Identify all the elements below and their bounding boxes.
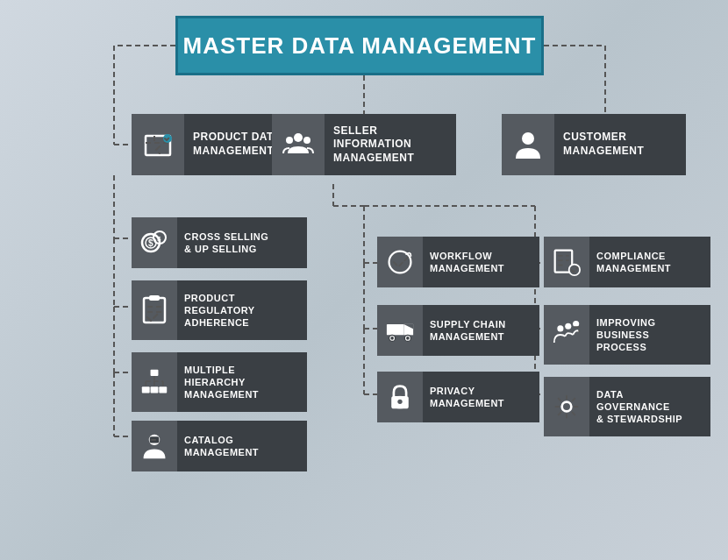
people-icon [282, 129, 314, 160]
regulatory-label: PRODUCTREGULATORYADHERENCE [177, 288, 262, 333]
svg-rect-48 [151, 370, 159, 376]
lock-icon [386, 383, 414, 411]
diagram: line, polyline, path.conn { stroke: #555… [0, 0, 728, 560]
svg-point-60 [389, 252, 411, 273]
seller-icon-box [272, 114, 325, 175]
svg-point-35 [294, 133, 303, 142]
regulatory-node: PRODUCTREGULATORYADHERENCE [132, 280, 307, 340]
svg-point-37 [303, 137, 310, 144]
truck-icon [386, 316, 414, 344]
svg-rect-44 [144, 298, 165, 323]
improving-icon-box [544, 305, 589, 365]
gear-icon [553, 391, 581, 422]
crossselling-icon-box: $ $ [132, 217, 177, 268]
seller-label: SELLERINFORMATIONMANAGEMENT [325, 121, 423, 169]
hierarchy-icon-box [132, 352, 177, 412]
svg-line-84 [559, 399, 561, 401]
supplychain-icon-box [377, 305, 423, 356]
customer-label: CUSTOMERMANAGEMENT [554, 127, 653, 161]
package-icon [142, 129, 174, 160]
customer-node: CUSTOMERMANAGEMENT [502, 114, 686, 175]
hierarchy-node: MULTIPLEHIERARCHYMANAGEMENT [132, 352, 307, 412]
svg-point-77 [565, 323, 571, 330]
org-icon [140, 366, 168, 398]
coins-icon: $ $ [140, 229, 168, 257]
svg-point-76 [557, 325, 563, 331]
svg-point-66 [390, 337, 394, 340]
workflow-node: WORKFLOWMANAGEMENT [377, 237, 539, 287]
regulatory-icon-box [132, 280, 177, 340]
workflow-icon-box [377, 237, 423, 287]
master-title-box: MASTER DATA MANAGEMENT [175, 16, 544, 75]
svg-point-78 [573, 321, 579, 327]
compliance-icon-box [544, 237, 589, 287]
svg-point-79 [562, 402, 572, 412]
svg-point-38 [522, 132, 534, 145]
improving-node: IMPROVINGBUSINESSPROCESS [544, 305, 710, 365]
governance-node: DATAGOVERNANCE& STEWARDSHIP [544, 377, 710, 436]
hierarchy-label: MULTIPLEHIERARCHYMANAGEMENT [177, 360, 266, 405]
privacy-icon-box [377, 372, 423, 422]
catalog-label: CATALOGMANAGEMENT [177, 430, 266, 463]
person-badge-icon [140, 432, 168, 460]
improving-label: IMPROVINGBUSINESSPROCESS [589, 313, 662, 358]
workflow-label: WORKFLOWMANAGEMENT [423, 246, 511, 279]
compliance-node: COMPLIANCEMANAGEMENT [544, 237, 710, 287]
product-icon-box [132, 114, 184, 175]
person-icon [512, 129, 544, 160]
seller-node: SELLERINFORMATIONMANAGEMENT [272, 114, 456, 175]
certificate-icon [553, 248, 581, 276]
privacy-label: PRIVACYMANAGEMENT [423, 381, 511, 414]
svg-text:$: $ [148, 238, 153, 248]
catalog-icon-box [132, 421, 177, 471]
svg-rect-51 [159, 386, 167, 393]
svg-rect-50 [151, 386, 159, 393]
svg-rect-61 [387, 324, 404, 335]
crossselling-label: CROSS SELLING& UP SELLING [177, 227, 275, 259]
svg-line-85 [573, 413, 575, 415]
catalog-node: CATALOGMANAGEMENT [132, 421, 307, 471]
svg-point-67 [406, 337, 410, 340]
workflow-icon [386, 248, 414, 276]
svg-line-86 [573, 399, 575, 401]
governance-label: DATAGOVERNANCE& STEWARDSHIP [589, 385, 689, 429]
master-title: MASTER DATA MANAGEMENT [183, 32, 537, 60]
chart-icon [553, 319, 581, 351]
customer-icon-box [502, 114, 554, 175]
svg-text:$: $ [157, 235, 161, 243]
privacy-node: PRIVACYMANAGEMENT [377, 372, 539, 422]
supplychain-node: SUPPLY CHAINMANAGEMENT [377, 305, 539, 356]
svg-point-69 [397, 400, 402, 404]
compliance-label: COMPLIANCEMANAGEMENT [589, 246, 678, 279]
svg-rect-45 [149, 295, 160, 301]
supplychain-label: SUPPLY CHAINMANAGEMENT [423, 315, 513, 347]
svg-rect-49 [142, 386, 150, 393]
crossselling-node: $ $ CROSS SELLING& UP SELLING [132, 217, 307, 268]
governance-icon-box [544, 377, 589, 436]
svg-point-36 [286, 137, 293, 144]
clipboard-icon [140, 294, 168, 326]
svg-line-87 [559, 413, 561, 415]
